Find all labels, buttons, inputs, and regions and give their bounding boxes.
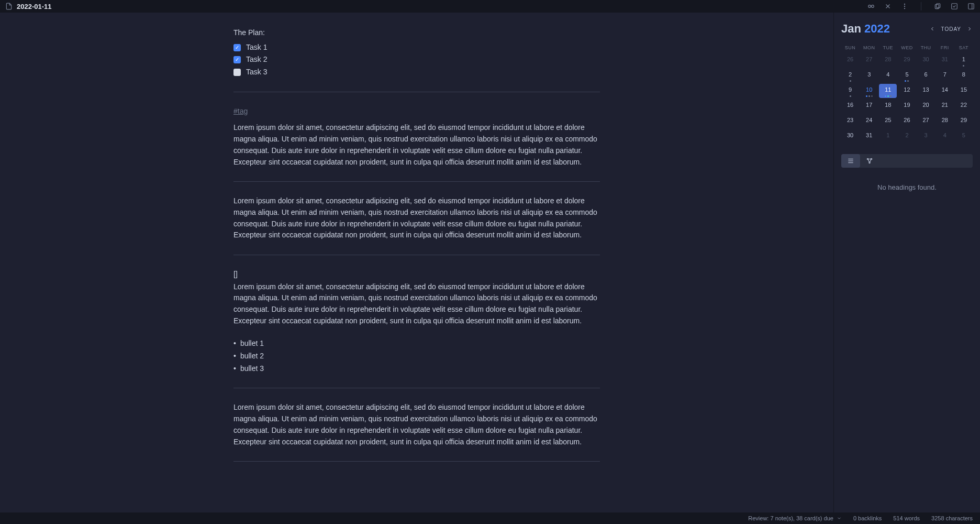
paragraph: Lorem ipsum dolor sit amet, consectetur …: [233, 402, 600, 447]
calendar-day[interactable]: 4: [879, 69, 897, 83]
calendar-day[interactable]: 18: [879, 99, 897, 113]
calendar-day[interactable]: 2: [898, 129, 916, 144]
calendar-day[interactable]: 23: [841, 114, 859, 128]
calendar-day[interactable]: 29: [955, 114, 973, 128]
calendar-dow: FRI: [936, 43, 954, 52]
svg-point-6: [904, 8, 905, 9]
calendar-year: 2022: [864, 22, 890, 35]
reading-mode-icon[interactable]: [867, 3, 875, 10]
calendar-day[interactable]: 29: [898, 53, 916, 68]
task-checkbox[interactable]: ✓: [233, 44, 241, 51]
chevron-down-icon: [837, 516, 842, 521]
calendar-dow: SAT: [955, 43, 973, 52]
calendar-day[interactable]: 4: [936, 129, 954, 144]
calendar-day[interactable]: 8: [955, 69, 973, 83]
editor-scroll[interactable]: The Plan: ✓Task 1✓Task 2Task 3 #tag Lore…: [0, 13, 833, 512]
today-button[interactable]: TODAY: [941, 26, 961, 32]
calendar-day[interactable]: 21: [936, 99, 954, 113]
calendar-day[interactable]: 19: [898, 99, 916, 113]
svg-rect-10: [968, 4, 974, 9]
divider: [233, 461, 600, 462]
word-count: 514 words: [893, 515, 920, 521]
calendar-day[interactable]: 9: [841, 84, 859, 98]
calendar-dow: WED: [898, 43, 916, 52]
calendar-day[interactable]: 17: [860, 99, 878, 113]
task-label: Task 1: [246, 42, 267, 53]
svg-point-5: [904, 6, 905, 6]
svg-rect-9: [952, 4, 957, 9]
calendar-day[interactable]: 5: [955, 129, 973, 144]
tag-link[interactable]: #tag: [233, 107, 248, 115]
calendar-day[interactable]: 5: [898, 69, 916, 83]
calendar-day[interactable]: 22: [955, 99, 973, 113]
calendar-day[interactable]: 16: [841, 99, 859, 113]
calendar-dow: MON: [860, 43, 878, 52]
more-icon[interactable]: [901, 3, 908, 10]
calendar-day[interactable]: 27: [860, 53, 878, 68]
calendar-day[interactable]: 28: [879, 53, 897, 68]
svg-point-0: [868, 5, 871, 8]
outline-empty-message: No headings found.: [841, 183, 973, 191]
plan-heading: The Plan:: [233, 27, 600, 39]
calendar-day[interactable]: 20: [917, 99, 935, 113]
calendar-grid: SUNMONTUEWEDTHUFRISAT2627282930311234567…: [841, 43, 973, 144]
task-checkbox[interactable]: ✓: [233, 56, 241, 63]
calendar-day[interactable]: 24: [860, 114, 878, 128]
note-title: 2022-01-11: [17, 3, 52, 10]
outline-graph-tab[interactable]: [860, 154, 879, 168]
calendar-day[interactable]: 30: [841, 129, 859, 144]
calendar-day[interactable]: 3: [860, 69, 878, 83]
calendar-day[interactable]: 14: [936, 84, 954, 98]
calendar-day[interactable]: 28: [936, 114, 954, 128]
calendar-day[interactable]: 30: [917, 53, 935, 68]
calendar-title: Jan 2022: [841, 22, 890, 36]
divider: [233, 388, 600, 388]
calendar-day[interactable]: 6: [917, 69, 935, 83]
flashcards-icon[interactable]: [934, 3, 941, 10]
right-sidebar: Jan 2022 TODAY SUNMONTUEWEDTHUFRISAT2627…: [833, 13, 980, 512]
calendar-day[interactable]: 10: [860, 84, 878, 98]
calendar-day[interactable]: 1: [955, 53, 973, 68]
note-editor[interactable]: The Plan: ✓Task 1✓Task 2Task 3 #tag Lore…: [233, 13, 600, 512]
calendar-day[interactable]: 13: [917, 84, 935, 98]
panel-icon[interactable]: [967, 3, 975, 10]
list-item: •bullet 1: [233, 338, 600, 350]
list-item: •bullet 3: [233, 363, 600, 375]
calendar-day[interactable]: 31: [860, 129, 878, 144]
unchecked-brackets[interactable]: []: [233, 269, 600, 280]
file-icon: [5, 3, 13, 10]
calendar-dow: SUN: [841, 43, 859, 52]
calendar-day[interactable]: 1: [879, 129, 897, 144]
calendar-day[interactable]: 12: [898, 84, 916, 98]
task-row: ✓Task 2: [233, 54, 600, 66]
calendar-day[interactable]: 31: [936, 53, 954, 68]
calendar-dow: THU: [917, 43, 935, 52]
review-status[interactable]: Review: 7 note(s), 38 card(s) due: [748, 515, 842, 521]
next-month-icon[interactable]: [966, 26, 973, 32]
checkbox-icon[interactable]: [951, 3, 958, 10]
task-checkbox[interactable]: [233, 69, 241, 76]
backlinks-count[interactable]: 0 backlinks: [853, 515, 882, 521]
calendar-day[interactable]: 25: [879, 114, 897, 128]
char-count: 3258 characters: [931, 515, 973, 521]
svg-point-4: [904, 4, 905, 4]
calendar-day[interactable]: 15: [955, 84, 973, 98]
task-row: Task 3: [233, 67, 600, 78]
bullet-list: •bullet 1•bullet 2•bullet 3: [233, 338, 600, 374]
svg-point-17: [869, 162, 870, 163]
calendar-day[interactable]: 7: [936, 69, 954, 83]
close-icon[interactable]: [884, 3, 892, 10]
outline-list-tab[interactable]: [841, 154, 860, 168]
prev-month-icon[interactable]: [929, 26, 936, 32]
calendar-day[interactable]: 26: [898, 114, 916, 128]
status-bar: Review: 7 note(s), 38 card(s) due 0 back…: [0, 512, 980, 524]
calendar-day[interactable]: 2: [841, 69, 859, 83]
svg-point-1: [872, 5, 874, 8]
divider: [233, 255, 600, 255]
calendar-month: Jan: [841, 22, 861, 35]
task-row: ✓Task 1: [233, 42, 600, 53]
calendar-day[interactable]: 3: [917, 129, 935, 144]
calendar-day[interactable]: 26: [841, 53, 859, 68]
calendar-day[interactable]: 11: [879, 84, 897, 98]
calendar-day[interactable]: 27: [917, 114, 935, 128]
